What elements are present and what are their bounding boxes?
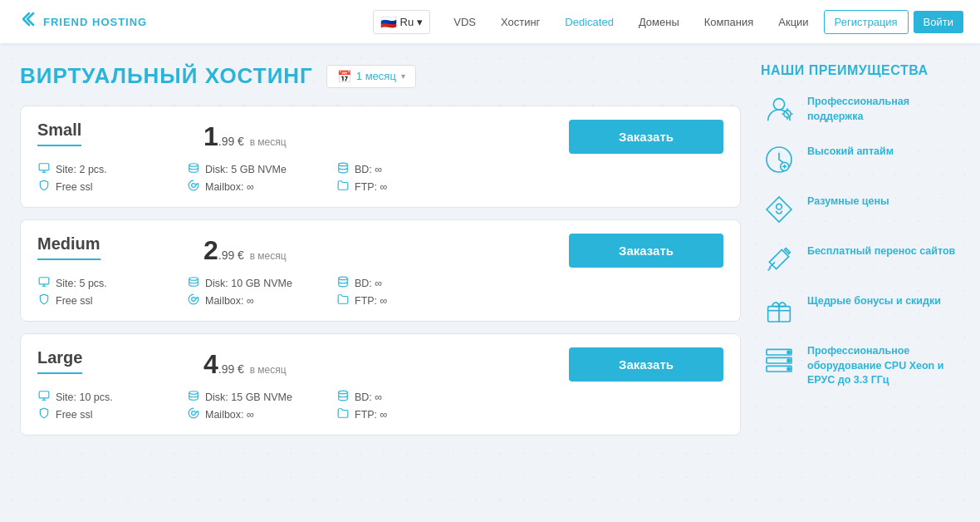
plan-small-features-col3: BD: ∞ FTP: ∞: [336, 162, 453, 194]
plan-small-features: Site: 2 pcs. Free ssl Disk: 5 GB: [37, 162, 723, 194]
plan-small-price-col: 1.99 € в месяц: [203, 121, 552, 152]
nav-promo[interactable]: Акции: [768, 11, 818, 33]
advantage-bonus: Щедрые бонусы и скидки: [761, 291, 960, 327]
plan-medium-price-small: .99: [218, 249, 234, 262]
plan-large-price-big: 4: [203, 349, 218, 379]
plan-large-order-btn[interactable]: Заказать: [569, 347, 723, 382]
main-content: ВИРТУАЛЬНЫЙ ХОСТИНГ 📅 1 месяц ▾ Small 1.…: [0, 43, 980, 447]
lang-arrow: ▾: [417, 16, 423, 28]
svg-point-29: [787, 367, 790, 370]
nav-dedicated[interactable]: Dedicated: [555, 11, 624, 33]
plan-large-price: 4.99 € в месяц: [203, 363, 287, 376]
advantage-price: Разумные цены: [761, 191, 960, 228]
plan-medium-order-btn[interactable]: Заказать: [569, 234, 723, 268]
logo-icon: [17, 9, 37, 34]
plan-small-name: Small: [37, 121, 81, 146]
plan-small-order-btn[interactable]: Заказать: [569, 120, 723, 154]
svg-point-28: [787, 359, 790, 362]
advantage-support-text: Профессиональная поддержка: [807, 91, 960, 124]
svg-point-5: [339, 163, 348, 166]
folder-icon: [336, 180, 350, 194]
plan-large-period: в месяц: [247, 364, 286, 376]
database-icon: [336, 390, 350, 404]
feature-large-ssl: Free ssl: [37, 407, 154, 421]
svg-point-9: [189, 278, 198, 281]
disk-icon: [187, 276, 200, 290]
plan-large-name: Large: [37, 348, 82, 374]
advantage-migration-text: Бесплатный перенос сайтов: [807, 241, 955, 259]
shield-icon: [37, 180, 51, 194]
advantage-uptime: Высокий аптайм: [761, 141, 960, 178]
svg-point-17: [339, 391, 348, 394]
bonus-icon: [761, 291, 797, 327]
feature-mailbox: Mailbox: ∞: [187, 180, 303, 194]
calendar-icon: 📅: [337, 70, 351, 83]
feature-medium-ssl: Free ssl: [37, 293, 154, 308]
period-label: 1 месяц: [356, 70, 396, 82]
plan-small-period: в месяц: [247, 136, 286, 148]
database-icon: [336, 162, 350, 176]
plan-medium-features-col2: Disk: 10 GB NVMe Mailbox: ∞: [187, 276, 303, 308]
monitor-icon: [37, 276, 51, 290]
shield-icon: [37, 293, 51, 308]
folder-icon: [336, 407, 350, 421]
nav-vds[interactable]: VDS: [443, 11, 486, 33]
nav-domains[interactable]: Домены: [629, 11, 689, 33]
page-header: ВИРТУАЛЬНЫЙ ХОСТИНГ 📅 1 месяц ▾: [20, 63, 741, 89]
feature-large-ftp: FTP: ∞: [336, 407, 453, 421]
feature-bd-label: BD: ∞: [355, 164, 382, 175]
feature-disk: Disk: 5 GB NVMe: [187, 162, 303, 176]
plan-medium-name-col: Medium: [37, 234, 187, 267]
feature-mailbox-label: Mailbox: ∞: [205, 181, 254, 193]
plan-medium-features-col3: BD: ∞ FTP: ∞: [336, 276, 453, 308]
plan-small-features-col2: Disk: 5 GB NVMe Mailbox: ∞: [187, 162, 303, 194]
nav-register[interactable]: Регистрация: [824, 10, 909, 34]
plan-medium-name: Medium: [37, 234, 100, 260]
feature-large-ssl-label: Free ssl: [56, 409, 92, 421]
disk-icon: [187, 390, 200, 404]
hardware-icon: [761, 341, 797, 377]
advantage-support: Профессиональная поддержка: [761, 91, 960, 128]
svg-point-10: [192, 298, 196, 302]
svg-point-4: [192, 184, 196, 188]
feature-sites: Site: 2 pcs.: [37, 162, 154, 176]
logo[interactable]: FRIEND HOSTING: [17, 9, 147, 34]
nav-login[interactable]: Войти: [914, 11, 963, 33]
sidebar-title: НАШИ ПРЕИМУЩЕСТВА: [761, 63, 960, 78]
feature-ssl-label: Free ssl: [56, 181, 92, 193]
svg-point-16: [192, 411, 196, 416]
advantage-hardware: Профессиональное оборудование CPU Xeon и…: [761, 341, 960, 388]
feature-medium-disk-label: Disk: 10 GB NVMe: [205, 278, 292, 289]
plan-large-btn-col: Заказать: [569, 347, 723, 382]
feature-medium-sites-label: Site: 5 pcs.: [56, 278, 107, 289]
language-selector[interactable]: 🇷🇺 Ru ▾: [373, 10, 431, 34]
feature-large-sites-label: Site: 10 pcs.: [56, 392, 113, 403]
flag-icon: 🇷🇺: [380, 14, 397, 30]
mail-icon: [187, 407, 200, 421]
feature-medium-bd-label: BD: ∞: [355, 278, 382, 289]
nav-hosting[interactable]: Хостинг: [491, 11, 550, 33]
plan-small-btn-col: Заказать: [569, 120, 723, 154]
lang-label: Ru: [400, 16, 414, 28]
plan-medium: Medium 2.99 € в месяц Заказать: [20, 219, 741, 322]
nav-company[interactable]: Компания: [694, 11, 764, 33]
plan-small-price: 1.99 € в месяц: [203, 135, 287, 148]
feature-medium-ftp: FTP: ∞: [336, 293, 453, 308]
feature-medium-disk: Disk: 10 GB NVMe: [187, 276, 303, 290]
plan-medium-price: 2.99 € в месяц: [203, 249, 287, 262]
period-selector[interactable]: 📅 1 месяц ▾: [326, 65, 416, 88]
database-icon: [336, 276, 350, 290]
feature-large-bd-label: BD: ∞: [355, 392, 382, 403]
mail-icon: [187, 293, 200, 308]
plan-large-top: Large 4.99 € в месяц Заказать: [37, 347, 723, 382]
plan-medium-top: Medium 2.99 € в месяц Заказать: [37, 234, 723, 268]
price-icon: [761, 191, 797, 228]
feature-medium-sites: Site: 5 pcs.: [37, 276, 154, 290]
advantage-price-text: Разумные цены: [807, 191, 889, 209]
plan-small-price-big: 1: [203, 121, 218, 151]
advantage-uptime-text: Высокий аптайм: [807, 141, 894, 160]
svg-point-27: [787, 351, 790, 353]
feature-large-mailbox: Mailbox: ∞: [187, 407, 303, 421]
feature-medium-mailbox: Mailbox: ∞: [187, 293, 303, 308]
svg-point-18: [773, 99, 784, 110]
